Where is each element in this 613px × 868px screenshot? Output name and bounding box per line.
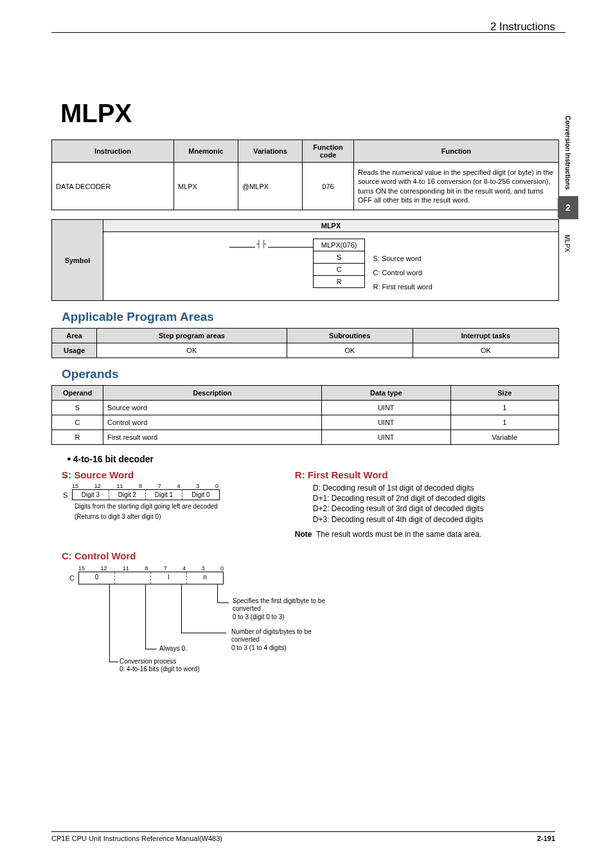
td-variations: @MLPX xyxy=(238,163,303,210)
source-word-title: S: Source Word xyxy=(62,469,276,480)
symbol-label: Symbol xyxy=(52,220,103,301)
ladder-op-r: R xyxy=(314,276,365,287)
th-instruction: Instruction xyxy=(52,140,174,163)
chapter-tab: 2 xyxy=(558,196,578,219)
ladder-title: MLPX(076) xyxy=(314,239,365,251)
operands-table: Operand Description Data type Size SSour… xyxy=(51,385,559,445)
source-note1: Digits from the starting digit going lef… xyxy=(75,502,276,511)
bullet-decoder: 4-to-16 bit decoder xyxy=(67,454,559,464)
sidebar-instr-label: MLPX xyxy=(564,235,571,252)
footer-page: 2-191 xyxy=(537,835,555,842)
section-app-areas: Applicable Program Areas xyxy=(62,310,559,324)
symbol-header: MLPX xyxy=(103,220,559,232)
ladder-labels: S: Source word C: Control word R: First … xyxy=(365,239,432,294)
footer-manual: CP1E CPU Unit Instructions Reference Man… xyxy=(51,835,222,842)
result-lines: D: Decoding result of 1st digit of decod… xyxy=(313,483,559,525)
table-row: RFirst result word UINTVariable xyxy=(52,430,559,445)
result-note: Note The result words must be in the sam… xyxy=(295,530,559,539)
th-function: Function xyxy=(354,140,559,163)
instruction-table: Instruction Mnemonic Variations Function… xyxy=(51,140,559,210)
source-digits: Digit 3 Digit 2 Digit 1 Digit 0 xyxy=(72,489,220,500)
page-title: MLPX xyxy=(60,99,559,128)
control-word-title: C: Control Word xyxy=(62,550,559,561)
table-row: SSource word UINT1 xyxy=(52,401,559,415)
th-mnemonic: Mnemonic xyxy=(174,140,238,163)
td-mnemonic: MLPX xyxy=(174,163,238,210)
ladder-box: MLPX(076) S C R xyxy=(313,239,366,288)
td-function: Reads the numerical value in the specifi… xyxy=(354,163,559,210)
ladder-op-c: C xyxy=(314,264,365,276)
th-code: Function code xyxy=(303,140,354,163)
td-code: 076 xyxy=(303,163,354,210)
source-note2: (Returns to digit 3 after digit 0) xyxy=(75,512,276,521)
section-header: 2 Instructions xyxy=(490,21,555,33)
result-word-title: R: First Result Word xyxy=(295,469,559,480)
ladder-line xyxy=(268,247,313,248)
app-areas-table: Area Step program areas Subroutines Inte… xyxy=(51,328,559,358)
section-operands: Operands xyxy=(62,367,559,381)
control-grid: 0 l n xyxy=(78,572,224,584)
table-row: CControl word UINT1 xyxy=(52,415,559,430)
sidebar-group-label: Conversion Instructions xyxy=(564,116,571,190)
th-variations: Variations xyxy=(238,140,303,163)
symbol-table: Symbol MLPX ┤├ MLPX(076) S C R xyxy=(51,219,559,301)
ladder-line xyxy=(229,247,255,248)
ladder-op-s: S xyxy=(314,251,365,264)
td-instruction: DATA DECODER xyxy=(52,163,174,210)
